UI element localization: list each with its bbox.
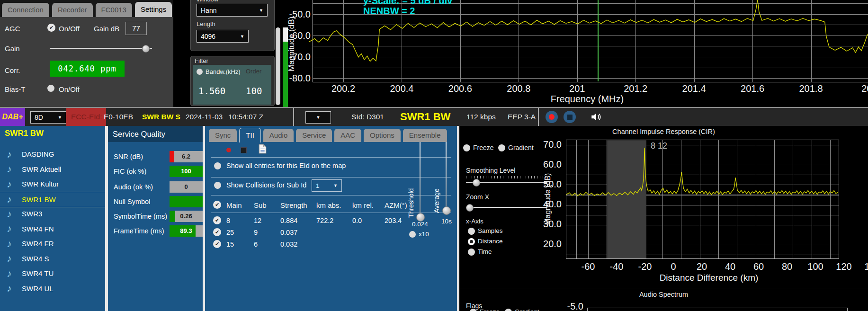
- cell-km-rel: 0.0: [352, 217, 362, 224]
- service-name: SWR4 TU: [22, 269, 54, 277]
- panel-divider[interactable]: [457, 126, 459, 311]
- service-list-item[interactable]: ♪ SWR Aktuell: [0, 162, 105, 177]
- window-select[interactable]: Hann ▼: [197, 4, 268, 17]
- bitrate-value: 112 kbps: [466, 108, 496, 126]
- cir-freeze-radio[interactable]: [463, 144, 470, 151]
- gain-db-input[interactable]: 77: [125, 22, 147, 35]
- xaxis-samples-radio[interactable]: [468, 228, 475, 235]
- tab-ensemble[interactable]: Ensemble: [403, 129, 447, 142]
- gain-db-label: Gain dB: [94, 25, 119, 33]
- spectrum-ytick: -50.0: [284, 9, 311, 19]
- cir-trace: [566, 140, 839, 258]
- document-icon[interactable]: [259, 144, 267, 154]
- chevron-down-icon: ▼: [259, 8, 263, 13]
- service-list-item[interactable]: ♪ SWR4 FR: [0, 236, 105, 251]
- service-list-item[interactable]: ♪ SWR1 BW: [0, 192, 105, 207]
- sub-id-select[interactable]: 1 ▼: [312, 179, 342, 192]
- tab-fc0013[interactable]: FC0013: [96, 3, 132, 17]
- gain-slider-handle[interactable]: [142, 45, 150, 53]
- protection-value: EEP 3-A: [508, 108, 536, 126]
- stop-tii-icon[interactable]: [241, 147, 247, 153]
- service-list-item[interactable]: ♪ SWR4 S: [0, 251, 105, 266]
- bias-t-radio[interactable]: [47, 85, 54, 92]
- tab-connection[interactable]: Connection: [2, 3, 49, 17]
- service-list-header: SWR1 BW: [5, 129, 44, 138]
- music-note-icon: ♪: [7, 194, 19, 205]
- bias-t-label: Bias-T: [5, 85, 25, 93]
- average-slider-track[interactable]: [446, 142, 447, 209]
- chevron-down-icon: ▼: [240, 34, 244, 39]
- row-check-icon[interactable]: ✔: [213, 228, 221, 236]
- service-dropdown-button[interactable]: ▼: [305, 111, 331, 124]
- service-list-item[interactable]: ♪ SWR Kultur: [0, 177, 105, 191]
- ecc-value: E0-10EB: [104, 108, 133, 126]
- filter-title: Filter: [195, 57, 208, 64]
- gain-slider-track[interactable]: [50, 48, 152, 49]
- bias-t-onoff-label: On/Off: [59, 85, 80, 93]
- length-select[interactable]: 4096 ▼: [197, 30, 249, 43]
- scrollbar-thumb[interactable]: [276, 27, 280, 105]
- music-note-icon: ♪: [7, 238, 19, 249]
- tab-settings[interactable]: Settings: [135, 2, 172, 17]
- service-name: SWR Aktuell: [22, 165, 61, 173]
- average-slider-handle[interactable]: [442, 206, 451, 215]
- zoomx-label: Zoom X: [466, 193, 489, 201]
- tii-divider: [211, 213, 451, 213]
- agc-onoff-checkbox[interactable]: ✔: [47, 24, 55, 32]
- symboltime-badge: 0.26: [170, 211, 203, 222]
- service-list-item[interactable]: ♪ SWR3: [0, 206, 105, 221]
- tab-sync[interactable]: Sync: [209, 129, 237, 142]
- xaxis-time-radio[interactable]: [468, 249, 475, 256]
- flags-gradient-radio[interactable]: [505, 309, 512, 311]
- row-check-icon[interactable]: ✔: [213, 240, 221, 248]
- tab-aac[interactable]: AAC: [334, 129, 361, 142]
- flags-gradient-label: Gradient: [515, 308, 539, 311]
- table-check-all-icon[interactable]: ✔: [213, 201, 221, 209]
- cell-main: 15: [226, 240, 234, 248]
- smoothing-slider-handle[interactable]: [473, 179, 480, 187]
- spectrum-trace: [313, 0, 868, 82]
- spectrum-plot[interactable]: y-Scale: = 5 dB / div NENBW = 2: [313, 0, 868, 82]
- zoomx-slider-handle[interactable]: [466, 204, 474, 212]
- bandw-radio[interactable]: [197, 69, 203, 75]
- tab-service[interactable]: Service: [296, 129, 332, 142]
- frametime-label: FrameTime (ms): [114, 227, 164, 235]
- service-list-item[interactable]: ♪ DASDING: [0, 147, 105, 161]
- x10-radio[interactable]: [409, 231, 416, 238]
- tii-col-km-abs: km abs.: [316, 201, 341, 209]
- service-list-item[interactable]: ♪ SWR4 UL: [0, 281, 105, 296]
- threshold-slider-track[interactable]: [420, 142, 421, 217]
- cir-gradient-radio[interactable]: [498, 144, 505, 151]
- record-tii-icon[interactable]: [226, 148, 231, 152]
- cir-ytick: 60.0: [534, 159, 562, 169]
- cell-strength: 0.032: [280, 240, 297, 248]
- stop-button[interactable]: [564, 111, 576, 123]
- tab-options[interactable]: Options: [364, 129, 401, 142]
- tab-tii[interactable]: TII: [239, 128, 261, 142]
- show-all-radio[interactable]: [214, 162, 221, 169]
- cell-km-abs: 722.2: [316, 217, 333, 224]
- service-name: SWR4 FR: [22, 240, 54, 248]
- audio-spectrum-plot[interactable]: [587, 308, 848, 311]
- channel-select[interactable]: 8D ▼: [30, 111, 66, 124]
- service-list-item[interactable]: ♪ SWR4 FN: [0, 222, 105, 236]
- stop-icon: [567, 115, 573, 120]
- row-check-icon[interactable]: ✔: [213, 216, 221, 224]
- frametime-value: 89.3: [170, 225, 203, 237]
- tab-audio[interactable]: Audio: [263, 129, 294, 142]
- cell-sub: 9: [254, 229, 258, 236]
- average-slider-label: Average: [433, 142, 440, 213]
- service-list-item[interactable]: ♪ SWR4 TU: [0, 266, 105, 281]
- smoothing-ruler: [466, 176, 547, 178]
- cir-title: Channel Impulse Response (CIR): [459, 128, 868, 135]
- cir-plot[interactable]: 8 12: [566, 140, 839, 259]
- service-quality-title: Service Quality: [113, 130, 165, 139]
- record-button[interactable]: [546, 111, 558, 123]
- speaker-icon[interactable]: [590, 111, 602, 123]
- table-row[interactable]: ✔ 15 6 0.032: [205, 240, 457, 251]
- music-note-icon: ♪: [7, 163, 19, 175]
- ensemble-short-label: SWR BW S: [142, 108, 180, 126]
- xaxis-distance-radio[interactable]: [468, 238, 475, 245]
- tab-recorder[interactable]: Recorder: [52, 3, 93, 17]
- show-collisions-radio[interactable]: [214, 182, 221, 189]
